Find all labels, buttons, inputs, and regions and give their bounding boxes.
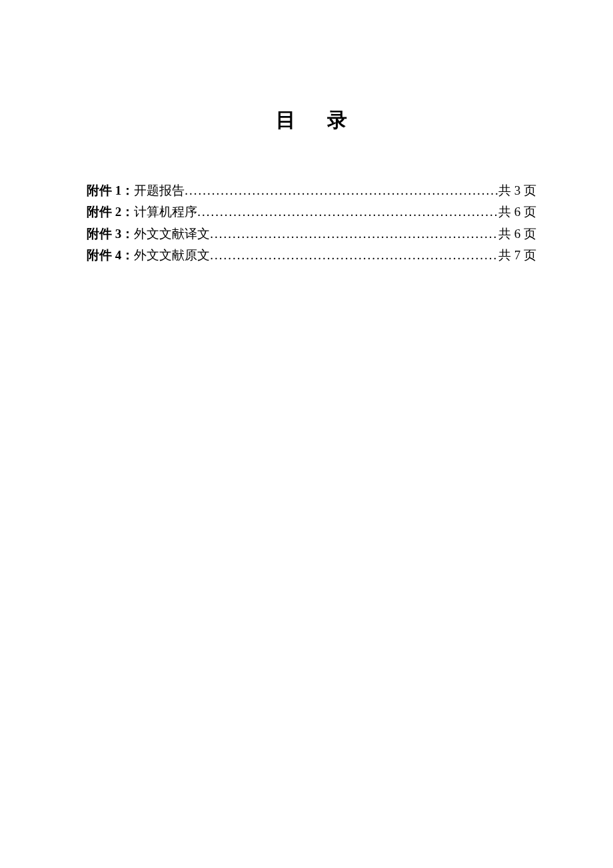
toc-item-dots: ........................................… — [210, 245, 498, 265]
toc-item-pages: 共 6 页 — [498, 202, 536, 222]
toc-item-pages: 共 3 页 — [498, 181, 536, 201]
toc-item-text: 开题报告 — [134, 181, 185, 201]
toc-item-pages: 共 6 页 — [498, 224, 536, 244]
toc-list: 附件 1： 开题报告 .............................… — [87, 181, 536, 266]
page-title: 目 录 — [87, 107, 536, 134]
toc-item: 附件 3： 外文文献译文 ...........................… — [87, 224, 536, 244]
toc-item-dots: ........................................… — [210, 224, 498, 244]
toc-item: 附件 2： 计算机程序 ............................… — [87, 202, 536, 222]
toc-item: 附件 1： 开题报告 .............................… — [87, 181, 536, 201]
toc-item-label: 附件 2： — [87, 202, 134, 222]
toc-item: 附件 4： 外文文献原文 ...........................… — [87, 245, 536, 265]
toc-item-pages: 共 7 页 — [498, 245, 536, 265]
toc-item-text: 计算机程序 — [134, 202, 197, 222]
toc-item-text: 外文文献原文 — [134, 245, 210, 265]
toc-item-text: 外文文献译文 — [134, 224, 210, 244]
toc-item-label: 附件 4： — [87, 245, 134, 265]
page-container: 目 录 附件 1： 开题报告 .........................… — [0, 0, 613, 266]
toc-item-label: 附件 3： — [87, 224, 134, 244]
toc-item-dots: ........................................… — [185, 181, 498, 201]
toc-item-label: 附件 1： — [87, 181, 134, 201]
toc-item-dots: ........................................… — [197, 202, 498, 222]
